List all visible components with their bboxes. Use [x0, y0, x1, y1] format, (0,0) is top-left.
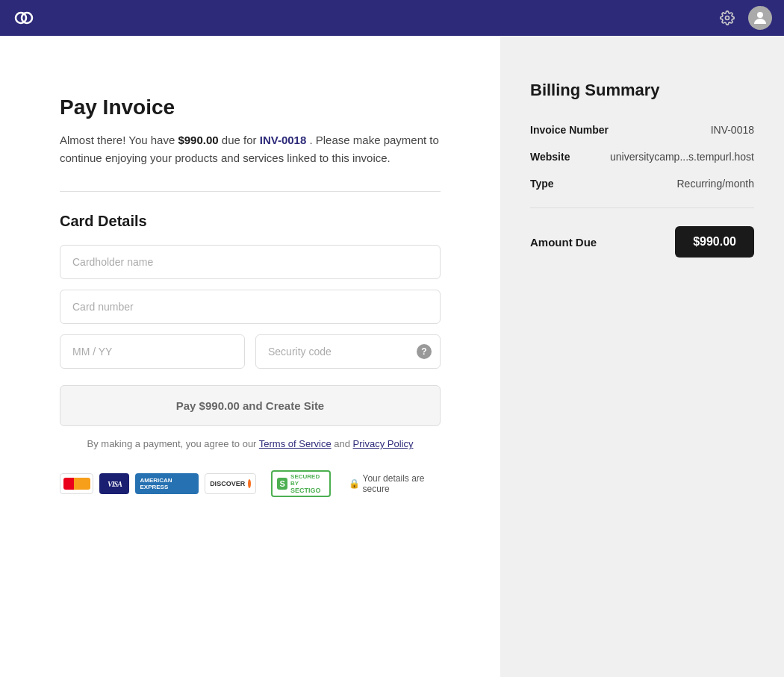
security-code-input[interactable] — [255, 334, 441, 369]
mc-circles — [63, 478, 90, 490]
terms-of-service-link[interactable]: Terms of Service — [259, 438, 332, 449]
mastercard-icon — [60, 473, 93, 494]
discover-icon: DISCOVER — [205, 473, 256, 494]
description-prefix: Almost there! You have — [60, 134, 178, 146]
type-label: Type — [530, 178, 554, 190]
page-title: Pay Invoice — [60, 96, 441, 119]
expiry-field-group — [60, 334, 245, 369]
invoice-number-row: Invoice Number INV-0018 — [530, 124, 754, 136]
website-row: Website universitycamp...s.tempurl.host — [530, 151, 754, 163]
invoice-description: Almost there! You have $990.00 due for I… — [60, 131, 441, 167]
cardholder-name-input[interactable] — [60, 245, 441, 279]
invoice-id-highlight: INV-0018 — [260, 134, 307, 146]
user-avatar[interactable] — [748, 6, 772, 30]
payment-icons-row: VISA AMERICAN EXPRESS DISCOVER S SECURED… — [60, 470, 441, 497]
amex-icon: AMERICAN EXPRESS — [135, 473, 199, 494]
expiry-security-row: ? — [60, 334, 441, 369]
website-value: universitycamp...s.tempurl.host — [610, 151, 754, 163]
billing-divider — [530, 208, 754, 208]
billing-title: Billing Summary — [530, 81, 754, 100]
security-help-icon[interactable]: ? — [417, 344, 432, 359]
security-field-group: ? — [255, 334, 441, 369]
privacy-policy-link[interactable]: Privacy Policy — [353, 438, 414, 449]
svg-point-3 — [757, 12, 763, 18]
navbar-right — [715, 6, 772, 30]
app-logo — [12, 6, 36, 30]
type-row: Type Recurring/month — [530, 178, 754, 190]
invoice-number-value: INV-0018 — [711, 124, 754, 136]
secure-text-label: Your details are secure — [363, 473, 441, 494]
terms-text: By making a payment, you agree to our Te… — [60, 438, 441, 449]
left-panel: Pay Invoice Almost there! You have $990.… — [0, 36, 500, 677]
cardholder-field-group — [60, 245, 441, 279]
navbar — [0, 0, 784, 36]
discover-text: DISCOVER — [210, 480, 245, 487]
pay-button[interactable]: Pay $990.00 and Create Site — [60, 385, 441, 426]
type-value: Recurring/month — [677, 178, 755, 190]
discover-dot — [248, 479, 251, 488]
card-details-title: Card Details — [60, 213, 441, 230]
website-label: Website — [530, 151, 570, 163]
amex-text: AMERICAN EXPRESS — [140, 477, 194, 490]
sectigo-text: SECURED BY SECTIGO — [290, 473, 324, 494]
terms-middle: and — [332, 438, 353, 449]
mc-right — [74, 478, 90, 490]
description-middle: due for — [219, 134, 260, 146]
expiry-input[interactable] — [60, 334, 245, 369]
amount-due-row: Amount Due $990.00 — [530, 226, 754, 258]
section-divider — [60, 191, 441, 192]
card-number-field-group — [60, 290, 441, 324]
visa-text: VISA — [108, 480, 122, 488]
security-wrapper: ? — [255, 334, 441, 369]
card-number-input[interactable] — [60, 290, 441, 324]
secure-label: 🔒 Your details are secure — [349, 473, 441, 494]
amount-due-label: Amount Due — [530, 236, 597, 249]
invoice-number-label: Invoice Number — [530, 124, 609, 136]
terms-prefix: By making a payment, you agree to our — [87, 438, 259, 449]
sectigo-s-icon: S — [277, 478, 287, 490]
billing-panel: Billing Summary Invoice Number INV-0018 … — [500, 36, 784, 677]
amount-highlight: $990.00 — [178, 134, 218, 146]
lock-icon: 🔒 — [349, 478, 360, 489]
visa-icon: VISA — [99, 473, 129, 494]
settings-button[interactable] — [715, 6, 739, 30]
main-layout: Pay Invoice Almost there! You have $990.… — [0, 0, 784, 677]
svg-point-2 — [726, 16, 729, 20]
amount-due-badge: $990.00 — [675, 226, 754, 258]
sectigo-badge: S SECURED BY SECTIGO — [271, 470, 330, 497]
